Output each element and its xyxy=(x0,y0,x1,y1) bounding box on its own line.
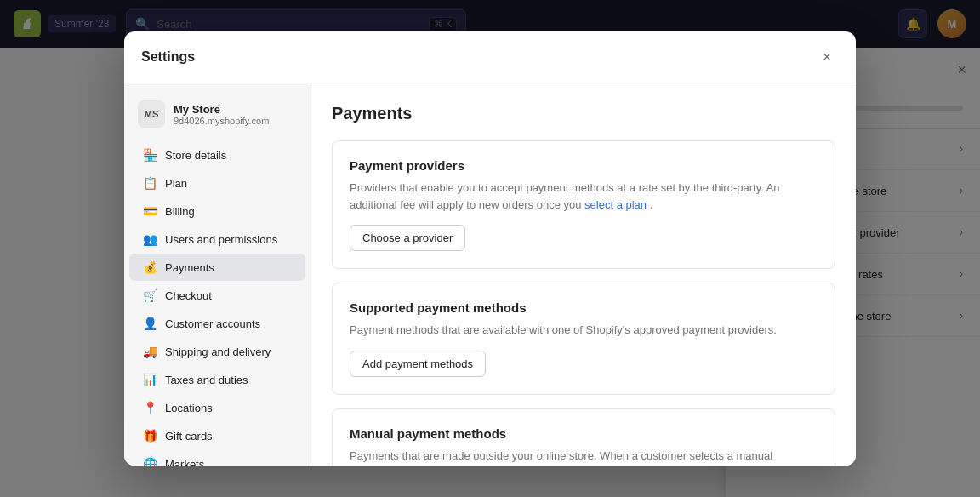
dialog-close-button[interactable]: × xyxy=(815,45,839,48)
settings-dialog: Settings × MS My Store 9d4026.myshopify.… xyxy=(124,31,856,48)
dialog-header: Settings × xyxy=(124,31,856,48)
dialog-overlay: Settings × MS My Store 9d4026.myshopify.… xyxy=(0,0,980,48)
